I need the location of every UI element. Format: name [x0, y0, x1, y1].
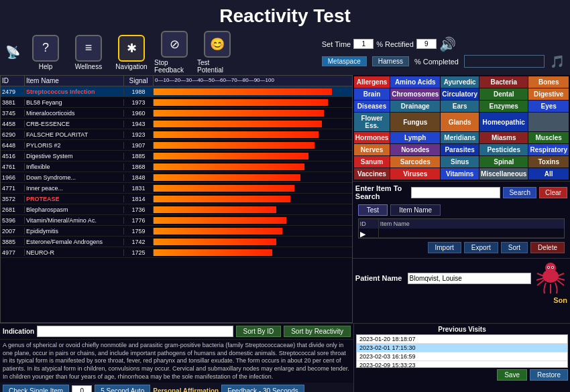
category-btn-ayurvedic[interactable]: Ayurvedic: [441, 76, 479, 88]
sort-by-id-button[interactable]: Sort By ID: [236, 326, 282, 337]
table-row[interactable]: 4458 CRB-ESSENCE 1943: [1, 119, 352, 129]
category-btn-nosodes[interactable]: Nosodes: [390, 144, 440, 155]
table-row[interactable]: 2681 Blepharospasm 1736: [1, 204, 352, 215]
test-tab[interactable]: Test: [358, 204, 388, 216]
table-row[interactable]: 2007 Epididymitis 1759: [1, 226, 352, 237]
mini-table-row-1[interactable]: ▶: [359, 228, 564, 238]
category-btn-sinus[interactable]: Sinus: [441, 156, 479, 168]
table-row[interactable]: 1966 Down Syndrome... 1848: [1, 172, 352, 183]
category-btn-sanum[interactable]: Sanum: [354, 156, 390, 168]
visit-item[interactable]: 2023-01-20 18:18:07: [357, 335, 567, 344]
category-btn-meridians[interactable]: Meridians: [441, 132, 479, 143]
check-value-input[interactable]: [72, 385, 92, 392]
category-btn-bacteria[interactable]: Bacteria: [479, 76, 528, 88]
table-row[interactable]: 6448 PYLORIS #2 1907: [1, 140, 352, 151]
save-button[interactable]: Save: [497, 369, 527, 381]
cell-bar: [154, 163, 352, 171]
mini-col-id: ID: [359, 219, 379, 228]
visits-list[interactable]: 2023-01-20 18:18:072023-02-01 17:15:3020…: [356, 334, 568, 368]
category-btn-homeopathic[interactable]: Homeopathic: [479, 113, 528, 131]
category-btn-toxins[interactable]: Toxins: [528, 156, 569, 168]
restore-button[interactable]: Restore: [530, 369, 568, 381]
category-btn-miscellaneous[interactable]: Miscellaneous: [479, 168, 528, 180]
table-row[interactable]: 4771 Inner peace... 1831: [1, 183, 352, 194]
table-body[interactable]: 2479 Streptococcus Infection 1988 3881 B…: [1, 86, 352, 322]
table-row[interactable]: 4516 Digestive System 1885: [1, 151, 352, 161]
visit-item[interactable]: 2023-02-03 16:16:59: [357, 352, 567, 361]
category-btn-digestive[interactable]: Digestive: [528, 88, 569, 100]
category-btn-vitamins[interactable]: Vitamins: [441, 168, 479, 180]
category-btn-circulatory[interactable]: Circulatory: [441, 88, 479, 100]
category-btn-spinal[interactable]: Spinal: [479, 156, 528, 168]
check-single-item-button[interactable]: Check Single Item: [3, 385, 69, 392]
category-btn-respiratory[interactable]: Respiratory: [528, 144, 569, 155]
category-btn-diseases[interactable]: Diseases: [354, 101, 390, 112]
delete-button[interactable]: Delete: [530, 242, 565, 253]
help-label: Help: [39, 63, 53, 70]
table-row[interactable]: 6290 FALSCHE POLARITAT 1923: [1, 129, 352, 140]
table-row[interactable]: 3745 Mineralocorticoids 1960: [1, 108, 352, 119]
visit-item[interactable]: 2023-02-01 17:15:30: [357, 344, 567, 352]
category-btn-fungus[interactable]: Fungus: [390, 113, 440, 131]
speaker-icon[interactable]: 🔊: [439, 36, 456, 52]
category-btn-viruses[interactable]: Viruses: [390, 168, 440, 180]
category-btn-amino-acids[interactable]: Amino Acids: [390, 76, 440, 88]
table-row[interactable]: 3885 Esterone/Female Androgens 1742: [1, 237, 352, 247]
category-btn-all[interactable]: All: [528, 168, 569, 180]
import-button[interactable]: Import: [428, 242, 461, 253]
search-button[interactable]: Search: [503, 187, 536, 198]
category-btn-vaccines[interactable]: Vaccines: [354, 168, 390, 180]
toolbar-btn-test-potential[interactable]: 😊 Test Potential: [197, 31, 237, 74]
category-btn-lymph[interactable]: Lymph: [390, 132, 440, 143]
category-btn-eyes[interactable]: Eyes: [528, 101, 569, 112]
category-btn-ears[interactable]: Ears: [441, 101, 479, 112]
toolbar-btn-wellness[interactable]: ≡ Wellness: [68, 35, 109, 70]
item-name-tab[interactable]: Item Name: [390, 204, 441, 216]
metaspace-tab[interactable]: Metaspace: [322, 56, 367, 66]
category-btn-dental[interactable]: Dental: [479, 88, 528, 100]
category-btn-miasms[interactable]: Miasms: [479, 132, 528, 143]
visit-item[interactable]: 2023-02-09 15:33:23: [357, 361, 567, 368]
toolbar-btn-navigation[interactable]: ✱ Navigation: [111, 35, 152, 70]
table-row[interactable]: 3572 PROTEASE 1814: [1, 194, 352, 204]
bottom-left: Indication Sort By ID Sort by Reactivity…: [0, 324, 354, 392]
cell-bar: [154, 174, 352, 182]
table-row[interactable]: 4761 Inflexible 1868: [1, 161, 352, 172]
harness-tab[interactable]: Harness: [372, 56, 409, 66]
sort-by-reactivity-button[interactable]: Sort by Reactivity: [284, 326, 351, 337]
category-btn-bones[interactable]: Bones: [528, 76, 569, 88]
search-input[interactable]: [411, 187, 500, 198]
table-row[interactable]: 3881 BL58 Feyang 1973: [1, 97, 352, 108]
category-btn-brain[interactable]: Brain: [354, 88, 390, 100]
category-btn-allergens[interactable]: Allergens: [354, 76, 390, 88]
cell-signal: 1831: [124, 185, 154, 192]
music-icon[interactable]: 🎵: [550, 54, 565, 69]
table-row[interactable]: 2479 Streptococcus Infection 1988: [1, 86, 352, 97]
category-btn-sarcodes[interactable]: Sarcodes: [390, 156, 440, 168]
five-second-auto-button[interactable]: 5 Second Auto: [95, 385, 150, 392]
toolbar-btn-stop-feedback[interactable]: ⊘ Stop Feedback: [154, 31, 194, 74]
indication-input[interactable]: [37, 326, 233, 337]
table-row[interactable]: 4977 NEURO-R 1725: [1, 247, 352, 258]
patient-input[interactable]: [408, 273, 532, 284]
category-btn-parasites[interactable]: Parasites: [441, 144, 479, 155]
set-time-input[interactable]: [353, 39, 374, 49]
rectified-input[interactable]: [416, 39, 437, 49]
category-btn-flower-ess.[interactable]: Flower Ess.: [354, 113, 390, 131]
category-btn-enzymes[interactable]: Enzymes: [479, 101, 528, 112]
export-button[interactable]: Export: [464, 242, 498, 253]
category-btn-drainage[interactable]: Drainage: [390, 101, 440, 112]
clear-button[interactable]: Clear: [539, 187, 567, 198]
category-btn-muscles[interactable]: Muscles: [528, 132, 569, 143]
category-btn-pesticides[interactable]: Pesticides: [479, 144, 528, 155]
toolbar-btn-help[interactable]: ? Help: [25, 35, 66, 70]
category-btn-glands[interactable]: Glands: [441, 113, 479, 131]
category-btn-hormones[interactable]: Hormones: [354, 132, 390, 143]
table-row[interactable]: 5396 Vitamin/Mineral/Amino Ac. 1776: [1, 215, 352, 226]
completed-input[interactable]: [464, 55, 545, 68]
category-btn-[interactable]: [528, 113, 569, 131]
category-btn-chromosomes[interactable]: Chromosomes: [390, 88, 440, 100]
category-btn-nerves[interactable]: Nerves: [354, 144, 390, 155]
sort-button[interactable]: Sort: [501, 242, 528, 253]
feedback-button[interactable]: Feedback - 30 Seconds: [221, 385, 304, 392]
